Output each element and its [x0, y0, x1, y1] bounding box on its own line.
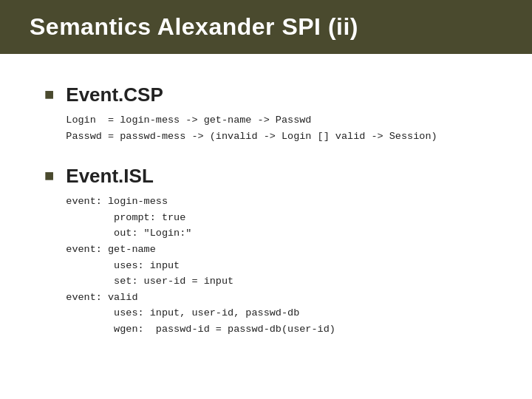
code-block-eventisl: event: login-mess prompt: true out: "Log… — [66, 194, 488, 337]
section-content-eventisl: Event.ISL event: login-mess prompt: true… — [66, 165, 488, 337]
slide: Semantics Alexander SPI (ii) ■ Event.CSP… — [0, 0, 532, 399]
section-eventisl: ■ Event.ISL event: login-mess prompt: tr… — [44, 165, 488, 337]
code-line-isl-7: event: valid — [66, 292, 137, 303]
content-area: ■ Event.CSP Login = login-mess -> get-na… — [30, 76, 502, 366]
bullet-eventcsp: ■ — [44, 85, 54, 104]
code-line-isl-8: uses: input, user-id, passwd-db — [66, 307, 299, 318]
code-line-isl-4: event: get-name — [66, 244, 156, 255]
code-line-isl-1: event: login-mess — [66, 196, 168, 207]
code-line-isl-5: uses: input — [66, 260, 180, 271]
code-line-isl-6: set: user-id = input — [66, 276, 233, 287]
bullet-eventisl: ■ — [44, 166, 54, 185]
code-line-csp-1: Login = login-mess -> get-name -> Passwd — [66, 115, 311, 126]
slide-title: Semantics Alexander SPI (ii) — [30, 13, 358, 40]
title-bar: Semantics Alexander SPI (ii) — [0, 0, 532, 54]
code-line-isl-9: wgen: passwd-id = passwd-db(user-id) — [66, 324, 335, 335]
code-block-eventcsp: Login = login-mess -> get-name -> Passwd… — [66, 112, 488, 144]
section-title-eventisl: Event.ISL — [66, 165, 488, 188]
section-title-eventcsp: Event.CSP — [66, 83, 488, 106]
code-line-csp-2: Passwd = passwd-mess -> (invalid -> Logi… — [66, 131, 437, 142]
code-line-isl-2: prompt: true — [66, 212, 185, 223]
section-content-eventcsp: Event.CSP Login = login-mess -> get-name… — [66, 83, 488, 144]
section-eventcsp: ■ Event.CSP Login = login-mess -> get-na… — [44, 83, 488, 144]
code-line-isl-3: out: "Login:" — [66, 228, 191, 239]
